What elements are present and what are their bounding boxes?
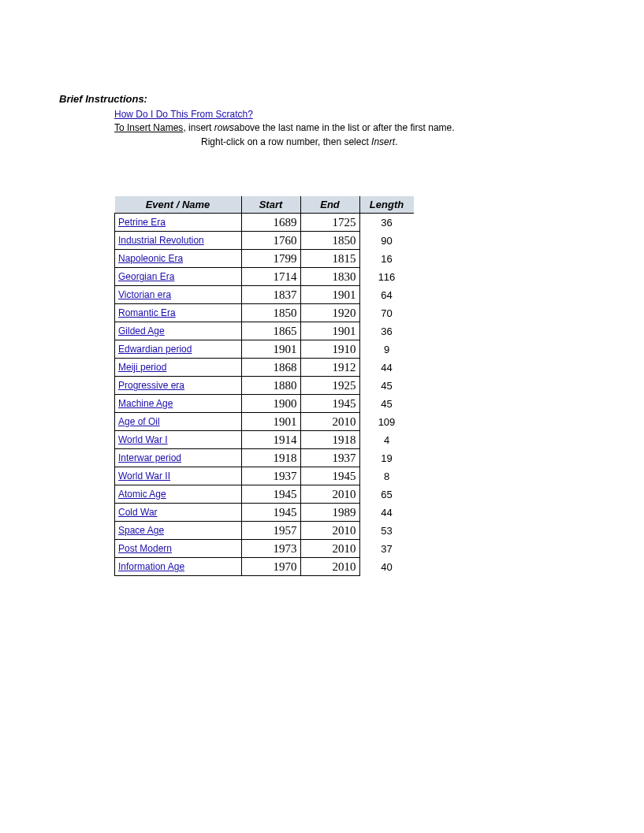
insert-names-label: To Insert Names — [114, 122, 183, 133]
event-name-cell: World War I — [115, 431, 242, 449]
length-cell: 45 — [359, 377, 414, 395]
event-link[interactable]: Meiji period — [118, 362, 166, 373]
end-cell: 1989 — [300, 504, 359, 522]
start-cell: 1970 — [241, 558, 300, 576]
event-link[interactable]: Age of Oil — [118, 416, 160, 427]
instr-text: Right-click on a row number, then select — [201, 136, 371, 147]
length-cell: 45 — [359, 395, 414, 413]
length-cell: 36 — [359, 322, 414, 340]
event-name-cell: Napoleonic Era — [115, 250, 242, 268]
event-name-cell: Machine Age — [115, 395, 242, 413]
end-cell: 1830 — [300, 268, 359, 286]
insert-italic: Insert — [371, 136, 395, 147]
length-cell: 9 — [359, 340, 414, 359]
event-link[interactable]: Progressive era — [118, 380, 184, 391]
length-cell: 36 — [359, 214, 414, 232]
event-name-cell: Interwar period — [115, 449, 242, 467]
table-row: Atomic Age1945201065 — [115, 485, 414, 504]
instr-text: above the last name in the list or after… — [234, 122, 454, 133]
start-cell: 1850 — [241, 304, 300, 322]
table-row: Edwardian period190119109 — [115, 340, 414, 359]
table-row: Post Modern1973201037 — [115, 540, 414, 558]
event-link[interactable]: Post Modern — [118, 543, 172, 554]
start-cell: 1868 — [241, 359, 300, 377]
end-cell: 1945 — [300, 467, 359, 485]
start-cell: 1957 — [241, 522, 300, 540]
events-table: Event / Name Start End Length Petrine Er… — [114, 196, 414, 576]
event-link[interactable]: Space Age — [118, 525, 164, 536]
event-link[interactable]: Romantic Era — [118, 307, 176, 318]
length-cell: 44 — [359, 504, 414, 522]
event-name-cell: Meiji period — [115, 359, 242, 377]
end-cell: 2010 — [300, 413, 359, 431]
instr-text: , insert — [183, 122, 214, 133]
length-cell: 19 — [359, 449, 414, 467]
event-name-cell: Age of Oil — [115, 413, 242, 431]
table-row: Cold War1945198944 — [115, 504, 414, 522]
scratch-link[interactable]: How Do I Do This From Scratch? — [114, 109, 253, 120]
table-row: Georgian Era17141830116 — [115, 268, 414, 286]
event-name-cell: Victorian era — [115, 286, 242, 304]
event-link[interactable]: Cold War — [118, 507, 158, 518]
end-cell: 2010 — [300, 558, 359, 576]
event-name-cell: Space Age — [115, 522, 242, 540]
end-cell: 1901 — [300, 322, 359, 340]
event-link[interactable]: Information Age — [118, 561, 184, 572]
col-header-name: Event / Name — [115, 196, 242, 214]
table-row: Napoleonic Era1799181516 — [115, 250, 414, 268]
start-cell: 1760 — [241, 232, 300, 250]
event-link[interactable]: Machine Age — [118, 398, 173, 409]
end-cell: 1918 — [300, 431, 359, 449]
event-link[interactable]: Industrial Revolution — [118, 235, 204, 246]
table-row: Interwar period1918193719 — [115, 449, 414, 467]
length-cell: 44 — [359, 359, 414, 377]
length-cell: 37 — [359, 540, 414, 558]
col-header-end: End — [300, 196, 359, 214]
table-row: Machine Age1900194545 — [115, 395, 414, 413]
table-row: Age of Oil19012010109 — [115, 413, 414, 431]
length-cell: 90 — [359, 232, 414, 250]
start-cell: 1973 — [241, 540, 300, 558]
event-link[interactable]: Gilded Age — [118, 325, 165, 337]
event-name-cell: Progressive era — [115, 377, 242, 395]
table-row: Petrine Era1689172536 — [115, 214, 414, 232]
event-link[interactable]: Atomic Age — [118, 489, 166, 500]
end-cell: 1925 — [300, 377, 359, 395]
start-cell: 1901 — [241, 340, 300, 359]
event-link[interactable]: Victorian era — [118, 289, 171, 300]
end-cell: 1912 — [300, 359, 359, 377]
start-cell: 1945 — [241, 485, 300, 504]
length-cell: 8 — [359, 467, 414, 485]
end-cell: 2010 — [300, 522, 359, 540]
end-cell: 1937 — [300, 449, 359, 467]
start-cell: 1880 — [241, 377, 300, 395]
event-link[interactable]: Napoleonic Era — [118, 253, 183, 264]
length-cell: 16 — [359, 250, 414, 268]
table-row: Industrial Revolution1760185090 — [115, 232, 414, 250]
event-name-cell: Information Age — [115, 558, 242, 576]
event-name-cell: Edwardian period — [115, 340, 242, 359]
length-cell: 53 — [359, 522, 414, 540]
event-link[interactable]: World War I — [118, 434, 168, 445]
event-name-cell: Romantic Era — [115, 304, 242, 322]
event-link[interactable]: Edwardian period — [118, 344, 192, 355]
end-cell: 1920 — [300, 304, 359, 322]
event-link[interactable]: Georgian Era — [118, 271, 174, 282]
start-cell: 1901 — [241, 413, 300, 431]
end-cell: 1725 — [300, 214, 359, 232]
end-cell: 1850 — [300, 232, 359, 250]
start-cell: 1918 — [241, 449, 300, 467]
event-name-cell: Cold War — [115, 504, 242, 522]
event-name-cell: Post Modern — [115, 540, 242, 558]
event-name-cell: Industrial Revolution — [115, 232, 242, 250]
col-header-start: Start — [241, 196, 300, 214]
start-cell: 1714 — [241, 268, 300, 286]
event-link[interactable]: Petrine Era — [118, 217, 166, 228]
start-cell: 1900 — [241, 395, 300, 413]
event-link[interactable]: Interwar period — [118, 452, 181, 463]
event-link[interactable]: World War II — [118, 470, 170, 482]
length-cell: 109 — [359, 413, 414, 431]
col-header-length: Length — [359, 196, 414, 214]
end-cell: 2010 — [300, 540, 359, 558]
length-cell: 64 — [359, 286, 414, 304]
